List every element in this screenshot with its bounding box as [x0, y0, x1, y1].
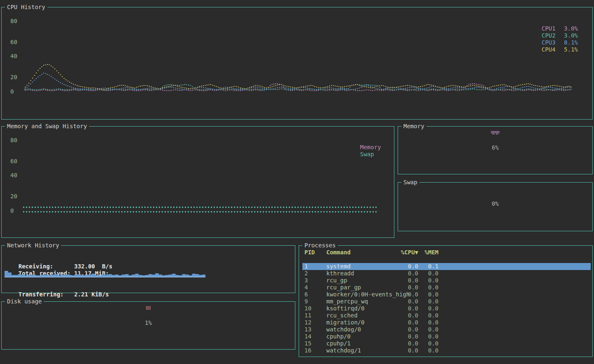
processes-column-header[interactable]: PID: [304, 249, 326, 256]
cpu-history-title: CPU History: [5, 4, 47, 10]
process-mem-percent: 0.0: [418, 333, 438, 340]
process-pid: 6: [304, 291, 326, 298]
process-command: cpuhp/1: [326, 340, 401, 347]
y-tick-label: 40: [10, 53, 17, 59]
process-cpu-percent: 0.0: [401, 347, 418, 354]
network-history-panel: Network History Receiving:332.00 B/s Tot…: [1, 245, 295, 293]
process-cpu-percent: 0.0: [401, 340, 418, 347]
process-pid: 4: [304, 284, 326, 291]
processes-column-header[interactable]: %MEM: [418, 249, 438, 256]
legend-item: CPU13.0%: [542, 25, 578, 32]
process-mem-percent: 0.0: [418, 305, 438, 312]
process-mem-percent: 0.0: [418, 319, 438, 326]
cpu-history-chart: [23, 16, 574, 94]
process-command: kworker/0:0H-events_high: [326, 291, 401, 298]
process-mem-percent: 0.0: [418, 277, 438, 284]
process-pid: 9: [304, 298, 326, 305]
legend-label: CPU1: [542, 25, 556, 32]
legend-value: 3.0%: [564, 32, 578, 39]
disk-usage-title: Disk usage: [5, 298, 44, 305]
legend-label: CPU3: [542, 39, 556, 46]
process-row[interactable]: 13watchdog/00.00.0: [302, 326, 591, 333]
process-row[interactable]: 11rcu_sched0.00.0: [302, 312, 591, 319]
process-command: watchdog/0: [326, 326, 401, 333]
swap-gauge-title: Swap: [401, 179, 420, 186]
legend-value: 8.1%: [564, 39, 578, 46]
process-mem-percent: 0.0: [418, 312, 438, 319]
process-row[interactable]: 15cpuhp/10.00.0: [302, 340, 591, 347]
process-row[interactable]: 9mm_percpu_wq0.00.0: [302, 298, 591, 305]
process-row[interactable]: 14cpuhp/00.00.0: [302, 333, 591, 340]
memory-swap-history-title: Memory and Swap History: [5, 123, 89, 129]
disk-usage-panel: Disk usage 1%: [1, 301, 295, 350]
process-cpu-percent: 0.0: [401, 263, 418, 270]
y-tick-label: 80: [10, 137, 17, 143]
process-mem-percent: 0.0: [418, 284, 438, 291]
memory-gauge-percent: 6%: [398, 144, 592, 151]
process-pid: 1: [304, 263, 326, 270]
process-pid: 13: [304, 326, 326, 333]
y-tick-label: 0: [10, 207, 14, 214]
network-history-title: Network History: [5, 242, 61, 249]
y-tick-label: 80: [10, 18, 17, 24]
processes-column-header[interactable]: Command: [326, 249, 401, 256]
process-row[interactable]: 3rcu_gp0.00.0: [302, 277, 591, 284]
process-command: cpuhp/0: [326, 333, 401, 340]
network-transferring-value: 2.21 KiB/s: [74, 291, 109, 298]
swap-gauge-panel: Swap 0%: [398, 182, 593, 231]
processes-column-header[interactable]: %CPU▼: [401, 249, 418, 256]
process-row[interactable]: 6kworker/0:0H-events_high0.00.0: [302, 291, 591, 298]
memory-gauge-icon: [491, 131, 500, 135]
disk-usage-gauge-icon: [146, 306, 151, 310]
process-cpu-percent: 0.0: [401, 298, 418, 305]
swap-gauge-percent: 0%: [398, 200, 592, 207]
process-cpu-percent: 0.0: [401, 319, 418, 326]
y-tick-label: 60: [10, 158, 17, 164]
disk-usage-percent: 1%: [2, 319, 295, 326]
process-command: ksoftirqd/0: [326, 305, 401, 312]
cpu-legend: CPU13.0%CPU23.0%CPU38.1%CPU45.1%: [542, 25, 578, 53]
legend-item: Swap: [360, 151, 397, 158]
legend-label: CPU4: [542, 46, 556, 53]
legend-label: CPU2: [542, 32, 556, 39]
process-command: mm_percpu_wq: [326, 298, 401, 305]
memory-swap-history-chart: [23, 135, 378, 214]
process-row[interactable]: 1systemd0.00.1: [302, 263, 591, 270]
process-mem-percent: 0.0: [418, 347, 438, 354]
process-pid: 16: [304, 347, 326, 354]
process-pid: 11: [304, 312, 326, 319]
process-row[interactable]: 16watchdog/10.00.0: [302, 347, 591, 354]
memory-gauge-panel: Memory 6%: [398, 126, 593, 174]
process-mem-percent: 0.0: [418, 326, 438, 333]
process-row[interactable]: 2kthreadd0.00.0: [302, 270, 591, 277]
process-pid: 12: [304, 319, 326, 326]
processes-table: 1systemd0.00.12kthreadd0.00.03rcu_gp0.00…: [302, 263, 591, 354]
process-command: migration/0: [326, 319, 401, 326]
process-row[interactable]: 12migration/00.00.0: [302, 319, 591, 326]
legend-item: CPU38.1%: [542, 39, 578, 46]
process-pid: 10: [304, 305, 326, 312]
process-pid: 15: [304, 340, 326, 347]
legend-label: Swap: [360, 151, 374, 158]
processes-panel: Processes PIDCommand%CPU▼%MEM 1systemd0.…: [299, 245, 593, 357]
process-cpu-percent: 0.0: [401, 326, 418, 333]
y-tick-label: 20: [10, 74, 17, 80]
y-tick-label: 0: [10, 88, 14, 95]
process-row[interactable]: 10ksoftirqd/00.00.0: [302, 305, 591, 312]
memory-swap-history-panel: Memory and Swap History 806040200 Memory…: [1, 126, 394, 238]
process-row[interactable]: 4rcu_par_gp0.00.0: [302, 284, 591, 291]
process-cpu-percent: 0.0: [401, 284, 418, 291]
legend-value: 5.1%: [564, 46, 578, 53]
process-pid: 3: [304, 277, 326, 284]
y-tick-label: 60: [10, 39, 17, 45]
process-command: rcu_sched: [326, 312, 401, 319]
process-cpu-percent: 0.0: [401, 277, 418, 284]
y-tick-label: 40: [10, 172, 17, 178]
process-command: rcu_gp: [326, 277, 401, 284]
process-mem-percent: 0.0: [418, 340, 438, 347]
process-command: kthreadd: [326, 270, 401, 277]
process-pid: 14: [304, 333, 326, 340]
process-mem-percent: 0.0: [418, 270, 438, 277]
network-receiving-chart: [5, 269, 205, 277]
legend-value: 3.0%: [564, 25, 578, 32]
